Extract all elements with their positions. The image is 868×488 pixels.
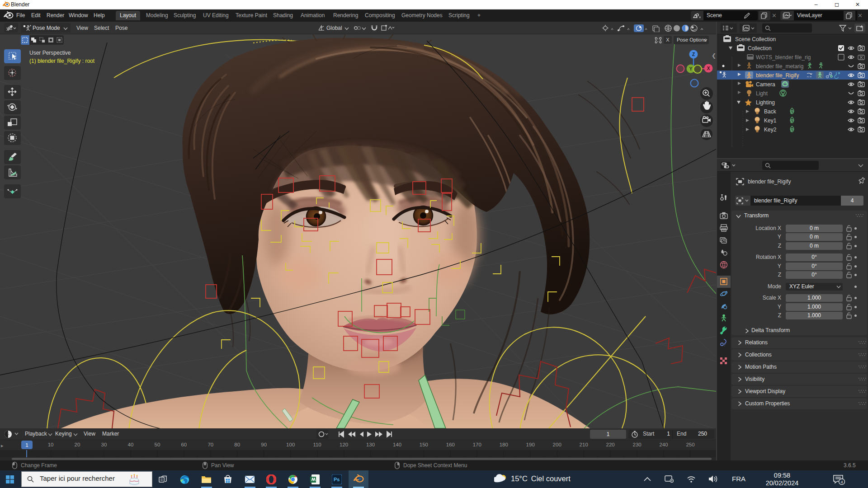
svg-text:190: 190: [526, 442, 535, 447]
svg-text:110: 110: [313, 442, 321, 447]
svg-text:Z: Z: [692, 52, 695, 57]
svg-text:210: 210: [580, 442, 588, 447]
svg-text:Key2: Key2: [764, 127, 777, 133]
svg-text:130: 130: [366, 442, 375, 447]
svg-text:180: 180: [500, 442, 508, 447]
svg-text:Key1: Key1: [764, 117, 777, 124]
svg-text:Back: Back: [764, 108, 777, 115]
svg-text:250: 250: [686, 442, 694, 447]
svg-text:30: 30: [101, 442, 107, 447]
svg-text:1: 1: [25, 442, 28, 448]
svg-text:60: 60: [181, 442, 187, 447]
svg-text:220: 220: [606, 442, 615, 447]
svg-text:90: 90: [261, 442, 267, 447]
svg-text:140: 140: [393, 442, 401, 447]
svg-text:120: 120: [340, 442, 348, 447]
svg-text:X: X: [707, 66, 710, 71]
svg-text:100: 100: [286, 442, 295, 447]
svg-text:240: 240: [659, 442, 668, 447]
svg-text:150: 150: [420, 442, 428, 447]
svg-text:200: 200: [553, 442, 561, 447]
svg-text:Ps: Ps: [334, 477, 340, 482]
svg-text:70: 70: [208, 442, 213, 447]
svg-text:160: 160: [446, 442, 455, 447]
svg-text:10: 10: [48, 442, 54, 447]
svg-text:Y: Y: [689, 66, 693, 71]
svg-text:20: 20: [75, 442, 80, 447]
svg-text:4: 4: [840, 480, 843, 484]
svg-text:50: 50: [155, 442, 160, 447]
svg-text:230: 230: [633, 442, 642, 447]
svg-text:80: 80: [234, 442, 240, 447]
svg-text:40: 40: [128, 442, 134, 447]
svg-text:170: 170: [473, 442, 481, 447]
